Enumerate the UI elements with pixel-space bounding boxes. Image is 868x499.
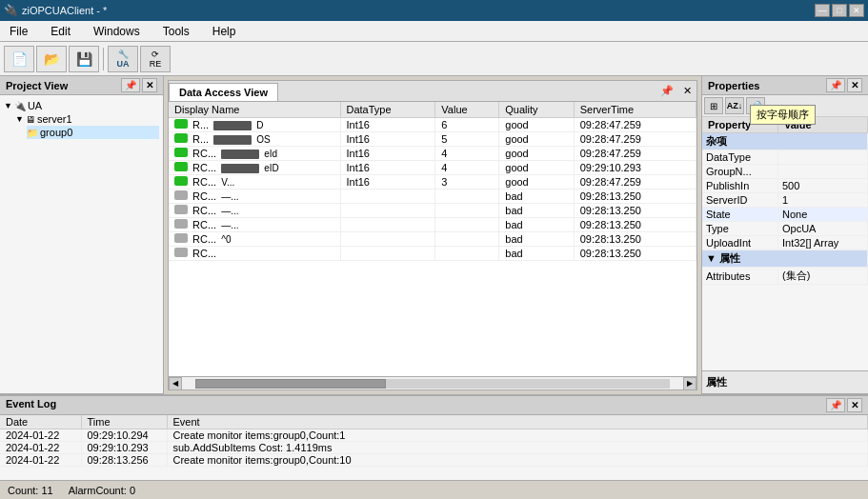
tab-data-access-view[interactable]: Data Access View [169, 83, 278, 101]
horizontal-scrollbar[interactable]: ◀ ▶ [169, 376, 696, 389]
table-row[interactable]: R... DInt166good09:28:47.259 [169, 118, 696, 132]
prop-name-groupname: GroupN... [702, 165, 777, 179]
table-cell-datatype [340, 232, 435, 247]
row-indicator [174, 248, 188, 257]
event-cell-event: sub.AddSubItems Cost: 1.4119ms [167, 442, 868, 454]
event-log-content: Date Time Event 2024-01-2209:29:10.294Cr… [0, 415, 868, 480]
table-cell-servertime: 09:28:13.250 [574, 247, 696, 261]
col-header-datatype: DataType [340, 102, 435, 118]
table-row[interactable]: RC... eIdInt164good09:28:47.259 [169, 147, 696, 161]
prop-val-attributes: (集合) [777, 268, 867, 285]
prop-filter-button[interactable]: 🔎 [746, 97, 765, 114]
event-log-title: Event Log 📌 ✕ [0, 396, 868, 415]
event-cell-time: 09:29:10.293 [81, 442, 167, 454]
toolbar-new-button[interactable]: 📄 [4, 46, 34, 72]
table-cell-name: RC... [169, 247, 340, 261]
table-row[interactable]: RC... eIDInt164good09:29:10.293 [169, 161, 696, 175]
col-header-quality: Quality [499, 102, 574, 118]
toolbar-ua-button[interactable]: 🔧 UA [108, 46, 138, 72]
properties-close-button[interactable]: ✕ [847, 78, 862, 92]
table-cell-quality: good [499, 132, 574, 147]
ua-icon: 🔌 [14, 101, 26, 111]
table-row[interactable]: RC... bad09:28:13.250 [169, 247, 696, 261]
menu-edit[interactable]: Edit [45, 23, 76, 40]
event-table: Date Time Event 2024-01-2209:29:10.294Cr… [0, 415, 868, 467]
prop-name-uploadint: UploadInt [702, 236, 777, 250]
prop-row-state: State None [702, 208, 868, 222]
tree-expand-icon-server: ▼ [15, 114, 24, 124]
tree-ua-label: UA [28, 100, 42, 111]
table-cell-quality: good [499, 161, 574, 175]
project-panel-close-button[interactable]: ✕ [142, 78, 157, 92]
event-cell-time: 09:29:10.294 [81, 429, 167, 442]
maximize-button[interactable]: □ [832, 4, 847, 17]
event-cell-date: 2024-01-22 [0, 429, 81, 442]
tree-item-group0[interactable]: 📁 group0 [27, 126, 159, 139]
scroll-right-button[interactable]: ▶ [683, 377, 696, 390]
prop-sort-button[interactable]: AZ↓ [725, 97, 744, 114]
table-cell-value [435, 232, 499, 247]
prop-row-datatype: DataType [702, 150, 868, 165]
col-header-name: Display Name [169, 102, 340, 118]
menu-help[interactable]: Help [207, 23, 242, 40]
table-row[interactable]: R... OSInt165good09:28:47.259 [169, 132, 696, 147]
tree-item-server1[interactable]: ▼ 🖥 server1 [15, 112, 159, 126]
tree-item-ua[interactable]: ▼ 🔌 UA [4, 99, 159, 112]
toolbar-open-button[interactable]: 📂 [36, 46, 67, 72]
properties-panel: Properties 📌 ✕ ⊞ AZ↓ 🔎 Property Value 杂项 [701, 76, 868, 394]
menu-windows[interactable]: Windows [88, 23, 146, 40]
event-log-pin-button[interactable]: 📌 [826, 398, 845, 412]
prop-grid-button[interactable]: ⊞ [704, 97, 723, 114]
window-title: ziOPCUAClient - * [22, 5, 107, 16]
toolbar-save-button[interactable]: 💾 [69, 46, 99, 72]
table-cell-servertime: 09:28:13.250 [574, 218, 696, 232]
table-cell-value [435, 218, 499, 232]
table-row[interactable]: RC... —...bad09:28:13.250 [169, 204, 696, 218]
event-log-close-button[interactable]: ✕ [847, 398, 862, 412]
prop-name-datatype: DataType [702, 150, 777, 165]
table-cell-name: RC... eID [169, 161, 340, 175]
table-cell-servertime: 09:29:10.293 [574, 161, 696, 175]
tab-pin-button[interactable]: 📌 [657, 84, 676, 98]
table-cell-value: 4 [435, 147, 499, 161]
table-cell-name: R... D [169, 118, 340, 132]
table-cell-datatype [340, 190, 435, 204]
col-header-servertime: ServerTime [574, 102, 696, 118]
tab-close-button[interactable]: ✕ [680, 84, 695, 98]
event-log-row: 2024-01-2209:29:10.294Create monitor ite… [0, 429, 868, 442]
prop-val-state: None [777, 208, 867, 222]
table-row[interactable]: RC... —...bad09:28:13.250 [169, 218, 696, 232]
table-cell-quality: good [499, 147, 574, 161]
minimize-button[interactable]: — [815, 4, 830, 17]
prop-val-serverid: 1 [777, 193, 867, 208]
properties-pin-button[interactable]: 📌 [826, 78, 845, 92]
prop-toolbar: ⊞ AZ↓ 🔎 [702, 95, 868, 117]
table-cell-quality: bad [499, 204, 574, 218]
prop-row-attributes: Attributes (集合) [702, 268, 868, 285]
toolbar-re-button[interactable]: ⟳ RE [140, 46, 171, 72]
prop-name-serverid: ServerID [702, 193, 777, 208]
table-row[interactable]: RC... —...bad09:28:13.250 [169, 190, 696, 204]
project-panel: Project View 📌 ✕ ▼ 🔌 UA ▼ 🖥 server1 [0, 76, 164, 394]
scrollbar-thumb[interactable] [195, 379, 386, 389]
scrollbar-track[interactable] [195, 379, 670, 389]
table-cell-quality: bad [499, 218, 574, 232]
project-panel-pin-button[interactable]: 📌 [121, 78, 140, 92]
event-col-date: Date [0, 415, 81, 429]
table-row[interactable]: RC... ^0bad09:28:13.250 [169, 232, 696, 247]
col-header-value: Value [435, 102, 499, 118]
table-cell-quality: bad [499, 232, 574, 247]
menu-tools[interactable]: Tools [157, 23, 195, 40]
prop-val-uploadint: Int32[] Array [777, 236, 867, 250]
table-cell-datatype: Int16 [340, 132, 435, 147]
prop-section-attr: ▼ 属性 [702, 250, 868, 268]
table-cell-servertime: 09:28:13.250 [574, 232, 696, 247]
data-table-container: Display Name DataType Value Quality Serv… [169, 102, 696, 376]
table-cell-name: RC... —... [169, 204, 340, 218]
event-log-row: 2024-01-2209:28:13.256Create monitor ite… [0, 454, 868, 467]
group-icon: 📁 [27, 128, 38, 138]
scroll-left-button[interactable]: ◀ [169, 377, 182, 390]
close-button[interactable]: ✕ [849, 4, 864, 17]
table-row[interactable]: RC... V...Int163good09:28:47.259 [169, 175, 696, 190]
menu-file[interactable]: File [4, 23, 33, 40]
